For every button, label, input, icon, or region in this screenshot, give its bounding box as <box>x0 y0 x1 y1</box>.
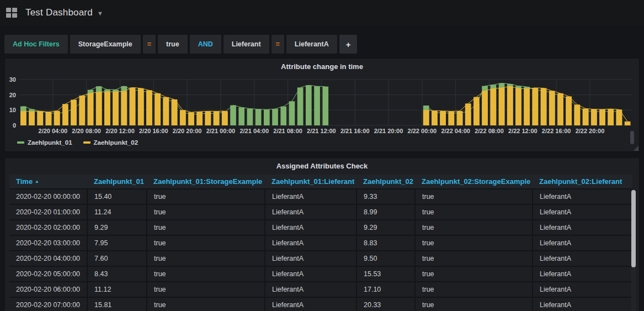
column-header-zaehlpunkt-02[interactable]: Zaehlpunkt_02 <box>356 175 415 189</box>
table-row: 2020-02-20 05:00:008.43trueLieferantA15.… <box>9 266 632 282</box>
add-filter-button[interactable]: + <box>339 35 358 54</box>
table-cell: 11.24 <box>87 204 147 220</box>
column-header-zaehlpunkt-02-storageexample[interactable]: Zaehlpunkt_02:StorageExample <box>415 175 533 189</box>
chart-bar-Zaehlpunkt_02 <box>524 89 530 125</box>
chart-bar-Zaehlpunkt_02 <box>465 103 471 125</box>
x-axis-tick-label: 2/20 04:00 <box>39 128 68 134</box>
chart-bar-Zaehlpunkt_01 <box>289 101 295 125</box>
table-cell: LieferantA <box>265 235 356 251</box>
x-axis-tick-label: 2/20 08:00 <box>72 128 101 134</box>
table-cell: 2020-02-20 02:00:00 <box>9 220 87 235</box>
x-axis-tick-label: 2/22 00:00 <box>408 128 437 134</box>
chart-scrollbar-thumb[interactable] <box>630 131 634 144</box>
chart-bar-Zaehlpunkt_02 <box>96 92 102 125</box>
x-axis-tick-label: 2/21 08:00 <box>273 128 302 134</box>
table-cell: 9.33 <box>356 189 415 204</box>
table-container: Time▲Zaehlpunkt_01Zaehlpunkt_01:StorageE… <box>9 175 627 311</box>
chart-bar-Zaehlpunkt_02 <box>616 109 622 125</box>
legend-item-Zaehlpunkt_02[interactable]: Zaehlpunkt_02 <box>83 139 139 146</box>
chart-bar-Zaehlpunkt_02 <box>473 97 480 125</box>
table-cell: 7.95 <box>87 235 147 251</box>
chart-bar-Zaehlpunkt_02 <box>113 92 119 125</box>
chart-bar-Zaehlpunkt_02 <box>20 111 26 125</box>
timeseries-chart[interactable]: 01020302/20 04:002/20 08:002/20 12:002/2… <box>5 73 639 138</box>
table-cell: true <box>147 266 265 282</box>
filter-condition-and[interactable]: AND <box>190 35 221 54</box>
filter-key-storageexample[interactable]: StorageExample <box>70 35 141 54</box>
chart-bar-Zaehlpunkt_02 <box>37 111 43 125</box>
table-row: 2020-02-20 04:00:007.60trueLieferantA9.5… <box>9 251 632 266</box>
chart-bar-Zaehlpunkt_02 <box>79 96 85 125</box>
top-bar: Test Dashboard ▼ <box>0 0 644 25</box>
chart-bar-Zaehlpunkt_01 <box>297 87 304 125</box>
chart-bar-Zaehlpunkt_02 <box>608 109 614 125</box>
chart-bar-Zaehlpunkt_02 <box>482 91 488 125</box>
table-cell: 15.53 <box>356 266 415 282</box>
chart-bar-Zaehlpunkt_02 <box>121 91 127 125</box>
chart-bar-Zaehlpunkt_02 <box>515 88 521 125</box>
dashboard-grid-icon[interactable] <box>6 8 18 18</box>
adhoc-filters-label[interactable]: Ad Hoc Filters <box>4 35 68 54</box>
y-axis-tick-label: 30 <box>9 76 16 83</box>
table-cell: 2020-02-20 05:00:00 <box>9 266 87 282</box>
chart-bar-Zaehlpunkt_01 <box>238 107 244 125</box>
x-axis-tick-label: 2/22 04:00 <box>441 128 470 134</box>
x-axis-tick-label: 2/21 00:00 <box>206 128 236 134</box>
chart-bar-Zaehlpunkt_02 <box>205 111 211 125</box>
chart-bar-Zaehlpunkt_02 <box>591 109 597 125</box>
table-cell: 2020-02-20 01:00:00 <box>9 204 87 220</box>
legend-item-Zaehlpunkt_01[interactable]: Zaehlpunkt_01 <box>17 139 72 146</box>
dashboard-title-dropdown[interactable]: Test Dashboard ▼ <box>25 7 103 18</box>
table-panel: Assigned Attributes Check Time▲Zaehlpunk… <box>4 157 640 311</box>
table-cell: LieferantA <box>533 282 632 297</box>
filter-value-lieferanta[interactable]: LieferantA <box>286 35 337 54</box>
y-axis-tick-label: 20 <box>9 92 16 98</box>
table-row: 2020-02-20 03:00:007.95trueLieferantA8.8… <box>9 235 632 251</box>
table-cell: LieferantA <box>265 204 356 220</box>
table-cell: LieferantA <box>533 220 632 235</box>
filter-operator-2[interactable]: = <box>272 35 284 54</box>
chart-bar-Zaehlpunkt_02 <box>29 112 35 125</box>
table-cell: true <box>147 189 265 204</box>
table-row: 2020-02-20 07:00:0015.81trueLieferantA20… <box>9 297 632 311</box>
table-cell: 2020-02-20 06:00:00 <box>9 282 87 297</box>
table-cell: LieferantA <box>533 251 632 266</box>
chart-bar-Zaehlpunkt_02 <box>566 96 572 125</box>
table-cell: LieferantA <box>265 251 356 266</box>
panel-resize-handle[interactable] <box>634 146 638 151</box>
column-header-zaehlpunkt-02-lieferant[interactable]: Zaehlpunkt_02:Lieferant <box>533 175 632 189</box>
column-header-time[interactable]: Time▲ <box>9 175 87 189</box>
table-panel-title[interactable]: Assigned Attributes Check <box>5 158 639 170</box>
chart-bar-Zaehlpunkt_02 <box>54 111 60 125</box>
chart-bar-Zaehlpunkt_02 <box>222 111 228 125</box>
chart-panel-title[interactable]: Attribute change in time <box>5 59 639 71</box>
chart-bar-Zaehlpunkt_02 <box>196 112 203 125</box>
x-axis-tick-label: 2/21 04:00 <box>239 128 269 134</box>
column-header-zaehlpunkt-01-lieferant[interactable]: Zaehlpunkt_01:Lieferant <box>265 175 356 189</box>
column-header-zaehlpunkt-01-storageexample[interactable]: Zaehlpunkt_01:StorageExample <box>147 175 265 189</box>
x-axis-tick-label: 2/22 12:00 <box>508 128 537 134</box>
filter-key-lieferant[interactable]: Lieferant <box>223 35 269 54</box>
filter-value-true[interactable]: true <box>158 35 188 54</box>
table-scrollbar-thumb[interactable] <box>631 190 636 267</box>
table-row: 2020-02-20 06:00:0011.12trueLieferantA17… <box>9 282 632 297</box>
table-cell: 8.43 <box>87 266 147 282</box>
chart-bar-Zaehlpunkt_01 <box>314 86 320 125</box>
table-body: 2020-02-20 00:00:0015.40trueLieferantA9.… <box>9 189 632 311</box>
chart-bar-Zaehlpunkt_01 <box>247 109 253 125</box>
chart-panel: Attribute change in time 01020302/20 04:… <box>4 58 640 152</box>
chart-bar-Zaehlpunkt_02 <box>104 92 110 125</box>
legend-swatch-icon <box>83 141 91 144</box>
column-header-zaehlpunkt-01[interactable]: Zaehlpunkt_01 <box>87 175 147 189</box>
chart-bar-Zaehlpunkt_02 <box>180 110 186 125</box>
chart-bar-Zaehlpunkt_02 <box>599 109 605 125</box>
x-axis-tick-label: 2/21 20:00 <box>374 128 403 134</box>
table-cell: 2020-02-20 07:00:00 <box>9 297 87 311</box>
chart-bar-Zaehlpunkt_01 <box>322 87 328 125</box>
table-cell: LieferantA <box>265 282 356 297</box>
chart-bar-Zaehlpunkt_02 <box>625 122 631 125</box>
filter-operator-1[interactable]: = <box>143 35 156 54</box>
table-cell: true <box>415 204 533 220</box>
table-cell: true <box>147 297 265 311</box>
x-axis-tick-label: 2/22 16:00 <box>542 128 571 134</box>
